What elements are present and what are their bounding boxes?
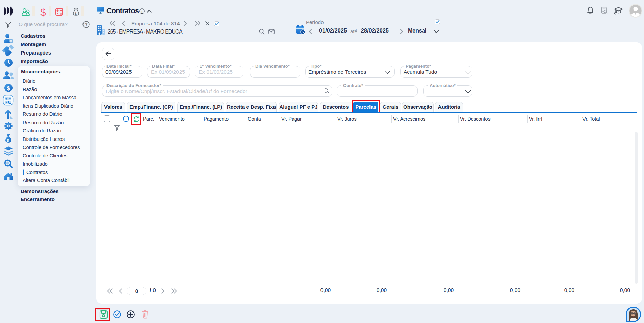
svg-text:$: $ bbox=[40, 6, 46, 17]
svg-text:$: $ bbox=[7, 85, 10, 91]
svg-text:i: i bbox=[142, 9, 143, 13]
svg-text:$: $ bbox=[7, 138, 9, 143]
svg-text:$: $ bbox=[75, 12, 76, 15]
svg-text:?: ? bbox=[85, 22, 88, 27]
